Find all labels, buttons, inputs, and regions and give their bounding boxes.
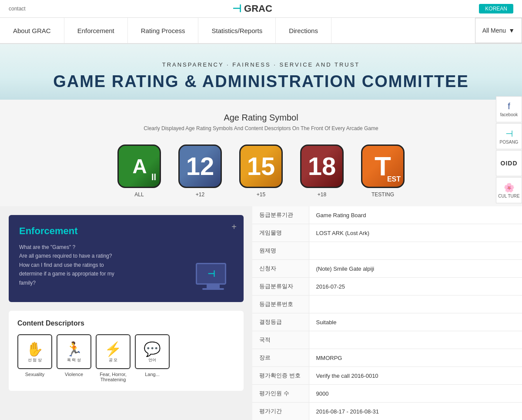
sexuality-badge: ✋ 선 점 상 — [17, 334, 52, 369]
table-row: 장르MMORPG — [252, 349, 522, 367]
table-value — [309, 296, 522, 313]
hero-title-part2: & ADMINISTRATION COMMITTEE — [184, 72, 469, 91]
table-row: 평가인원 수9000 — [252, 385, 522, 403]
main-content: Enforcement + What are the "Games" ? Are… — [0, 206, 522, 420]
enforcement-plus-button[interactable]: + — [231, 222, 237, 232]
table-row: 국적 — [252, 331, 522, 349]
sexuality-label: Sexuality — [25, 372, 45, 377]
logo-text: GRAC — [244, 3, 272, 14]
culture-label: CUL TURE — [498, 194, 519, 198]
nav-item-rating[interactable]: Rating Process — [128, 18, 199, 43]
badge-all-label: ALL — [134, 192, 144, 198]
age-rating-section: Age Rating Symbol Clearly Displayed Age … — [0, 100, 522, 206]
table-value: Verify the call 2016-0010 — [309, 367, 522, 385]
table-key: 등급분류번호 — [252, 296, 309, 313]
enforcement-line-2: Are all games required to have a rating? — [19, 252, 233, 260]
hero-title: GAME RATING & ADMINISTRATION COMMITTEE — [9, 72, 513, 91]
table-key: 국적 — [252, 331, 309, 349]
table-value: 2016-07-25 — [309, 278, 522, 296]
badge-12-label: +12 — [196, 192, 204, 198]
language-label: Lang... — [145, 372, 160, 377]
badge-18-label: +18 — [318, 192, 326, 198]
badge-12: 12 — [178, 144, 222, 188]
badge-12-item: 12 +12 — [178, 144, 222, 198]
table-value: Game Rating Board — [309, 206, 522, 224]
violence-badge: 🏃 폭 력 성 — [57, 334, 91, 369]
monitor-stand — [207, 285, 220, 288]
badge-all: A ll — [117, 144, 161, 188]
nav-item-about[interactable]: About GRAC — [0, 18, 64, 43]
table-key: 게임물명 — [252, 224, 309, 242]
hero-title-part1: GAME RATING — [53, 72, 179, 91]
posang-label: POSANG — [500, 140, 519, 144]
table-row: 평가기간2016-08-17 - 2016-08-31 — [252, 403, 522, 420]
oidd-icon: OIDD — [501, 160, 518, 167]
facebook-label: facebook — [500, 112, 518, 117]
table-value — [309, 242, 522, 260]
table-value: MMORPG — [309, 349, 522, 367]
logo-icon: ⊣ — [232, 3, 241, 15]
table-row: 원제명 — [252, 242, 522, 260]
rating-badges: A ll ALL 12 +12 15 +15 18 +18 — [9, 144, 513, 198]
table-value: 2016-08-17 - 2016-08-31 — [309, 403, 522, 420]
table-key: 원제명 — [252, 242, 309, 260]
badge-all-item: A ll ALL — [117, 144, 161, 198]
table-row: 평가확인증 번호Verify the call 2016-0010 — [252, 367, 522, 385]
badge-18: 18 — [300, 144, 344, 188]
sidebar-icons: f facebook ⊣ POSANG OIDD 🌸 CUL TURE — [496, 96, 522, 203]
badge-15-label: +15 — [257, 192, 265, 198]
info-table: 등급분류기관Game Rating Board게임물명LOST ARK (Los… — [252, 206, 522, 420]
table-value: Suitable — [309, 313, 522, 331]
contact-link[interactable]: contact — [9, 6, 26, 12]
enforcement-line-1: What are the "Games" ? — [19, 243, 233, 252]
culture-icon: 🌸 — [504, 182, 515, 193]
sexuality-icon: ✋ — [26, 341, 44, 357]
age-rating-subtitle: Clearly Displayed Age Rating Symbols And… — [9, 125, 513, 131]
badge-test-label: TESTING — [371, 192, 394, 198]
table-value: 9000 — [309, 385, 522, 403]
fear-badge: ⚡ 공 모 — [96, 334, 130, 369]
nav-item-statistics[interactable]: Statistics/Reports — [198, 18, 276, 43]
violence-label: Violence — [65, 372, 83, 377]
all-menu-button[interactable]: All Menu ▼ — [475, 18, 522, 43]
table-key: 신청자 — [252, 260, 309, 278]
nav-item-directions[interactable]: Directions — [276, 18, 331, 43]
table-value: (Note) Smile Gate alpiji — [309, 260, 522, 278]
monitor-base — [202, 288, 224, 290]
table-row: 게임물명LOST ARK (Lost Ark) — [252, 224, 522, 242]
monitor-illustration: ⊣ — [196, 263, 231, 293]
nav-item-enforcement[interactable]: Enforcement — [64, 18, 128, 43]
table-row: 등급분류기관Game Rating Board — [252, 206, 522, 224]
top-bar: contact ⊣ GRAC KOREAN — [0, 0, 522, 18]
badge-test: T EST — [361, 144, 405, 188]
table-key: 등급분류기관 — [252, 206, 309, 224]
badge-15-item: 15 +15 — [239, 144, 283, 198]
facebook-sidebar-icon[interactable]: f facebook — [496, 96, 522, 122]
table-value: LOST ARK (Lost Ark) — [309, 224, 522, 242]
table-row: 등급분류일자2016-07-25 — [252, 278, 522, 296]
fear-badge-text: 공 모 — [109, 357, 118, 363]
oidd-sidebar-icon[interactable]: OIDD — [496, 150, 522, 176]
fear-label: Fear, Horror,Threatening — [100, 372, 127, 382]
violence-icon: 🏃 — [65, 341, 83, 357]
korean-button[interactable]: KOREAN — [479, 4, 513, 13]
language-badge: 💬 언어 — [135, 334, 170, 369]
descriptor-violence: 🏃 폭 력 성 Violence — [57, 334, 91, 382]
posang-sidebar-icon[interactable]: ⊣ POSANG — [496, 123, 522, 149]
badge-18-item: 18 +18 — [300, 144, 344, 198]
table-row: 신청자(Note) Smile Gate alpiji — [252, 260, 522, 278]
sexuality-badge-text: 선 점 상 — [28, 357, 42, 363]
table-row: 등급분류번호 — [252, 296, 522, 313]
table-row: 결정등급Suitable — [252, 313, 522, 331]
main-nav: About GRAC Enforcement Rating Process St… — [0, 18, 522, 44]
table-key: 평가인원 수 — [252, 385, 309, 403]
enforcement-card: Enforcement + What are the "Games" ? Are… — [9, 215, 244, 302]
content-descriptors-section: Content Descriptors ✋ 선 점 상 Sexuality 🏃 … — [9, 311, 244, 391]
hero-tagline: TRANSPARENCY · FAIRNESS · SERVICE AND TR… — [9, 61, 513, 68]
culture-sidebar-icon[interactable]: 🌸 CUL TURE — [496, 177, 522, 203]
info-table-panel: 등급분류기관Game Rating Board게임물명LOST ARK (Los… — [252, 206, 522, 420]
age-rating-title: Age Rating Symbol — [9, 113, 513, 123]
table-key: 등급분류일자 — [252, 278, 309, 296]
badge-test-item: T EST TESTING — [361, 144, 405, 198]
content-desc-title: Content Descriptors — [17, 319, 235, 327]
